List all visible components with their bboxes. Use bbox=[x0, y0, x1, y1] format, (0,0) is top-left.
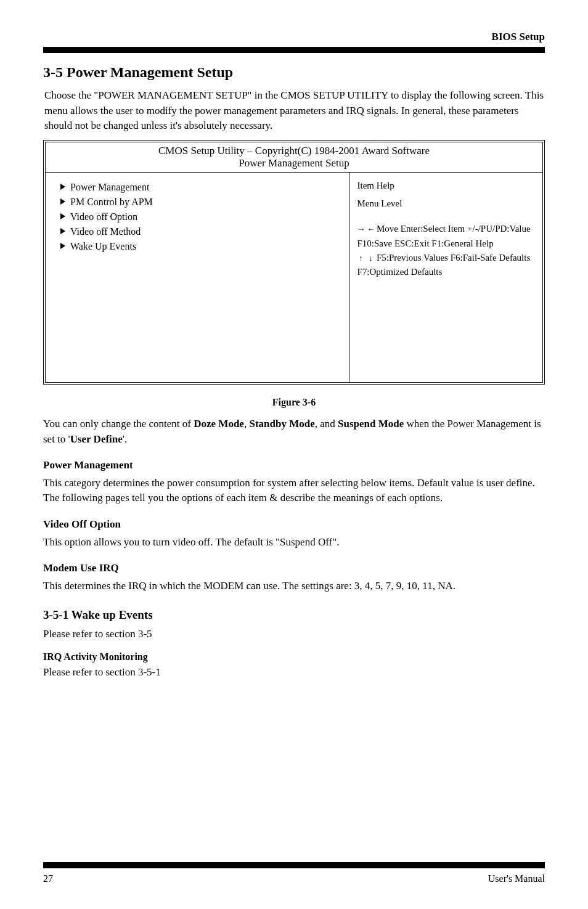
section-title: 3-5 Power Management Setup bbox=[43, 64, 545, 81]
triangle-icon bbox=[60, 228, 65, 234]
bios-menu-item-video-off-option[interactable]: Video off Option bbox=[58, 210, 340, 224]
triangle-icon bbox=[60, 184, 65, 190]
body-content: You can only change the content of Doze … bbox=[43, 417, 545, 680]
heading-video-off-option: Video Off Option bbox=[43, 517, 545, 532]
heading-irq-activity-monitoring: IRQ Activity Monitoring bbox=[43, 650, 545, 664]
bios-menu-item-power-management[interactable]: Power Management bbox=[58, 180, 340, 195]
triangle-icon bbox=[60, 198, 65, 205]
page-number: 27 bbox=[43, 873, 53, 884]
footer-rule bbox=[43, 862, 545, 868]
bios-title-line2: Power Management Setup bbox=[46, 157, 542, 169]
figure-caption: Figure 3-6 bbox=[43, 397, 545, 408]
header-rule bbox=[43, 47, 545, 53]
paragraph-irq-activity-ref: Please refer to section 3-5-1 bbox=[43, 665, 545, 680]
bios-menu-item-video-off-method[interactable]: Video off Method bbox=[58, 224, 340, 239]
paragraph-modem-use-irq: This determines the IRQ in which the MOD… bbox=[43, 579, 545, 594]
bios-menu-label: Video off Option bbox=[70, 211, 137, 222]
arrow-right-icon: → bbox=[357, 223, 364, 235]
bios-menu-item-wake-up-events[interactable]: Wake Up Events bbox=[58, 239, 340, 254]
bios-menu-label: Video off Method bbox=[70, 226, 141, 237]
arrow-left-icon: ← bbox=[367, 223, 374, 235]
subsection-wake-up-events: 3-5-1 Wake up Events bbox=[43, 606, 545, 624]
paragraph-video-off: This option allows you to turn video off… bbox=[43, 535, 545, 550]
triangle-icon bbox=[60, 213, 65, 219]
bios-menu-list: Power Management PM Control by APM Video… bbox=[58, 180, 340, 254]
intro-paragraph: Choose the "POWER MANAGEMENT SETUP" in t… bbox=[44, 88, 545, 134]
arrow-down-icon: ↓ bbox=[367, 252, 374, 264]
bios-help-pane: Item Help Menu Level → ← Move Enter:Sele… bbox=[349, 173, 542, 382]
bios-title: CMOS Setup Utility – Copyright(C) 1984-2… bbox=[46, 142, 542, 173]
bios-help-text: Move Enter:Select Item +/-/PU/PD:Value F… bbox=[357, 224, 530, 248]
paragraph-power-management: This category determines the power consu… bbox=[43, 476, 545, 506]
bios-help-text: F5:Previous Values F6:Fail-Safe Defaults… bbox=[357, 253, 530, 277]
header-label: BIOS Setup bbox=[43, 31, 545, 43]
triangle-icon bbox=[60, 243, 65, 249]
bios-help-hint-1: → ← Move Enter:Select Item +/-/PU/PD:Val… bbox=[357, 222, 534, 251]
bios-menu-item-pm-control-apm[interactable]: PM Control by APM bbox=[58, 195, 340, 210]
bios-help-heading: Item Help bbox=[357, 179, 534, 193]
bios-menu-label: Power Management bbox=[70, 182, 149, 192]
page-footer: 27 User's Manual bbox=[43, 847, 545, 884]
bios-menu-label: Wake Up Events bbox=[70, 241, 136, 251]
heading-power-management: Power Management bbox=[43, 458, 545, 473]
footer-title: User's Manual bbox=[488, 873, 545, 884]
bios-panel: CMOS Setup Utility – Copyright(C) 1984-2… bbox=[43, 140, 545, 385]
body-note: You can only change the content of Doze … bbox=[43, 417, 545, 447]
paragraph-wake-up-ref: Please refer to section 3-5 bbox=[43, 627, 545, 642]
bios-menu-level: Menu Level bbox=[357, 197, 534, 211]
bios-menu-label: PM Control by APM bbox=[70, 197, 153, 207]
bios-menu-pane: Power Management PM Control by APM Video… bbox=[46, 173, 349, 382]
bios-title-line1: CMOS Setup Utility – Copyright(C) 1984-2… bbox=[46, 145, 542, 157]
bios-help-hint-2: ↑ ↓ F5:Previous Values F6:Fail-Safe Defa… bbox=[357, 251, 534, 280]
arrow-up-icon: ↑ bbox=[357, 252, 364, 264]
bios-menu-level-label: Menu Level bbox=[357, 198, 402, 208]
heading-modem-use-irq: Modem Use IRQ bbox=[43, 561, 545, 576]
